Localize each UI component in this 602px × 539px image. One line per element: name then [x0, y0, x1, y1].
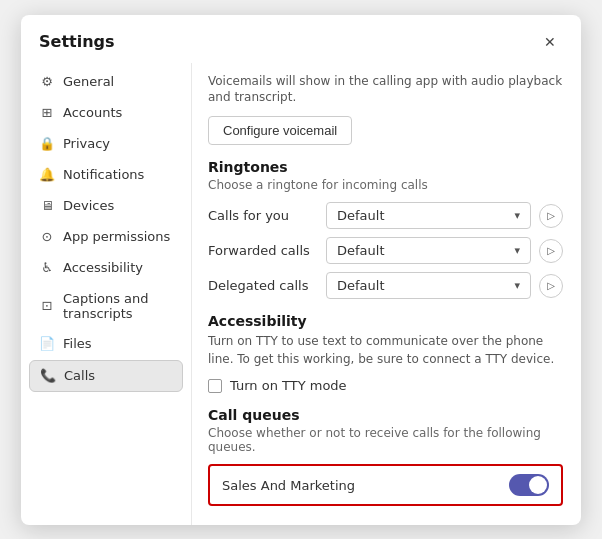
ringtone-row-calls: Calls for you Default ▾ ▷: [208, 202, 563, 229]
ringtone-row-forwarded: Forwarded calls Default ▾ ▷: [208, 237, 563, 264]
sidebar-label-privacy: Privacy: [63, 136, 110, 151]
ringtone-label-forwarded: Forwarded calls: [208, 243, 318, 258]
ringtone-value-delegated: Default: [337, 278, 385, 293]
files-icon: 📄: [39, 336, 55, 352]
sidebar-item-app-permissions[interactable]: ⊙ App permissions: [29, 222, 183, 252]
sidebar-item-accessibility[interactable]: ♿ Accessibility: [29, 253, 183, 283]
configure-voicemail-button[interactable]: Configure voicemail: [208, 116, 352, 145]
chevron-down-icon-3: ▾: [514, 279, 520, 292]
lock-icon: 🔒: [39, 136, 55, 152]
ringtone-select-forwarded[interactable]: Default ▾: [326, 237, 531, 264]
close-button[interactable]: ✕: [537, 29, 563, 55]
dialog-body: ⚙ General ⊞ Accounts 🔒 Privacy 🔔 Notific…: [21, 63, 581, 525]
sidebar-item-calls[interactable]: 📞 Calls: [29, 360, 183, 392]
queue-toggle[interactable]: [509, 474, 549, 496]
sidebar-label-app-permissions: App permissions: [63, 229, 170, 244]
ringtones-title: Ringtones: [208, 159, 563, 175]
tty-checkbox[interactable]: [208, 379, 222, 393]
gear-icon: ⚙: [39, 74, 55, 90]
ringtone-row-delegated: Delegated calls Default ▾ ▷: [208, 272, 563, 299]
permissions-icon: ⊙: [39, 229, 55, 245]
sidebar-item-files[interactable]: 📄 Files: [29, 329, 183, 359]
accounts-icon: ⊞: [39, 105, 55, 121]
sidebar-label-notifications: Notifications: [63, 167, 144, 182]
tty-row: Turn on TTY mode: [208, 378, 563, 393]
ringtone-select-delegated[interactable]: Default ▾: [326, 272, 531, 299]
sidebar-label-calls: Calls: [64, 368, 95, 383]
sidebar-label-files: Files: [63, 336, 92, 351]
chevron-down-icon-2: ▾: [514, 244, 520, 257]
call-queues-subtitle: Choose whether or not to receive calls f…: [208, 426, 563, 454]
accessibility-section: Accessibility Turn on TTY to use text to…: [208, 313, 563, 393]
queue-name: Sales And Marketing: [222, 478, 355, 493]
accessibility-title: Accessibility: [208, 313, 563, 329]
main-content: Voicemails will show in the calling app …: [191, 63, 581, 525]
sidebar-item-general[interactable]: ⚙ General: [29, 67, 183, 97]
play-delegated-button[interactable]: ▷: [539, 274, 563, 298]
sidebar-item-privacy[interactable]: 🔒 Privacy: [29, 129, 183, 159]
sidebar-label-devices: Devices: [63, 198, 114, 213]
sidebar-label-accounts: Accounts: [63, 105, 122, 120]
settings-dialog: Settings ✕ ⚙ General ⊞ Accounts 🔒 Privac…: [21, 15, 581, 525]
dialog-title: Settings: [39, 32, 115, 51]
toggle-knob: [529, 476, 547, 494]
bell-icon: 🔔: [39, 167, 55, 183]
dialog-header: Settings ✕: [21, 15, 581, 63]
sidebar: ⚙ General ⊞ Accounts 🔒 Privacy 🔔 Notific…: [21, 63, 191, 525]
play-forwarded-button[interactable]: ▷: [539, 239, 563, 263]
accessibility-icon: ♿: [39, 260, 55, 276]
ringtones-subtitle: Choose a ringtone for incoming calls: [208, 178, 563, 192]
queue-row: Sales And Marketing: [208, 464, 563, 506]
ringtone-value-calls: Default: [337, 208, 385, 223]
ringtone-label-calls: Calls for you: [208, 208, 318, 223]
sidebar-label-accessibility: Accessibility: [63, 260, 143, 275]
accessibility-description: Turn on TTY to use text to communicate o…: [208, 332, 563, 368]
sidebar-item-notifications[interactable]: 🔔 Notifications: [29, 160, 183, 190]
play-calls-button[interactable]: ▷: [539, 204, 563, 228]
ringtone-label-delegated: Delegated calls: [208, 278, 318, 293]
ringtone-value-forwarded: Default: [337, 243, 385, 258]
captions-icon: ⊡: [39, 298, 55, 314]
voicemail-note: Voicemails will show in the calling app …: [208, 63, 563, 107]
sidebar-item-accounts[interactable]: ⊞ Accounts: [29, 98, 183, 128]
sidebar-label-general: General: [63, 74, 114, 89]
calls-icon: 📞: [40, 368, 56, 384]
sidebar-item-captions[interactable]: ⊡ Captions and transcripts: [29, 284, 183, 328]
tty-label: Turn on TTY mode: [230, 378, 347, 393]
sidebar-label-captions: Captions and transcripts: [63, 291, 173, 321]
call-queues-title: Call queues: [208, 407, 563, 423]
chevron-down-icon: ▾: [514, 209, 520, 222]
sidebar-item-devices[interactable]: 🖥 Devices: [29, 191, 183, 221]
ringtone-select-calls[interactable]: Default ▾: [326, 202, 531, 229]
devices-icon: 🖥: [39, 198, 55, 214]
